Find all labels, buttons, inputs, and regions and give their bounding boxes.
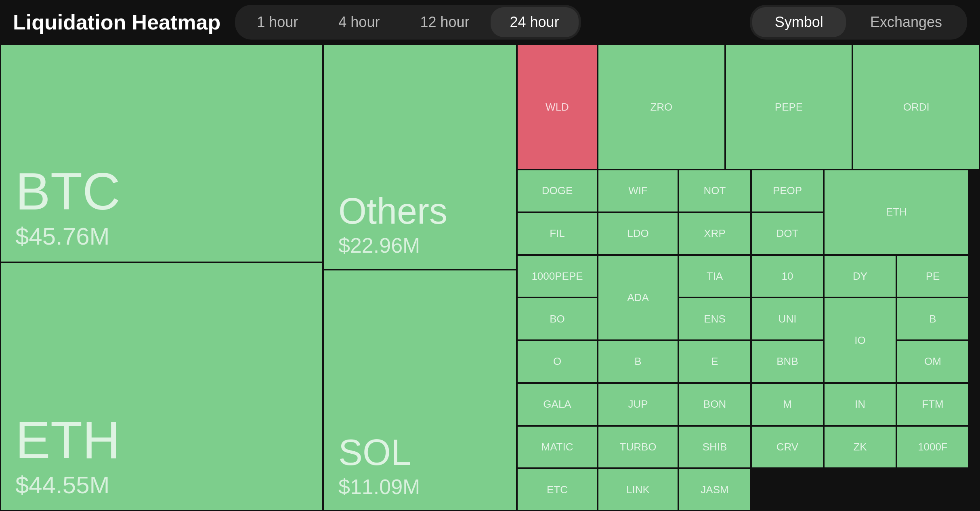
zro-label: ZRO <box>649 100 673 114</box>
eth-cell[interactable]: ETH $44.55M <box>0 262 323 511</box>
tab-exchanges[interactable]: Exchanges <box>848 7 965 37</box>
sol-value: $11.09M <box>338 475 502 499</box>
tab-4hour[interactable]: 4 hour <box>319 7 399 37</box>
tab-24hour[interactable]: 24 hour <box>491 7 579 37</box>
etc-cell[interactable]: ETC <box>517 468 598 511</box>
wld-cell[interactable]: WLD <box>517 44 598 170</box>
ldo-cell[interactable]: LDO <box>598 212 678 255</box>
b-cell[interactable]: B <box>896 297 969 340</box>
pepe-cell[interactable]: PEPE <box>725 44 853 170</box>
ordi-cell[interactable]: ORDI <box>852 44 980 170</box>
1000f-cell[interactable]: 1000F <box>896 426 969 469</box>
col-right: WLD ZRO PEPE ORDI DOGE WIF NOT PEOP ETH … <box>517 44 980 511</box>
bonk-cell[interactable]: BON <box>678 383 751 426</box>
others-cell[interactable]: Others $22.96M <box>323 44 517 270</box>
top-row: WLD ZRO PEPE ORDI <box>517 44 980 170</box>
header: Liquidation Heatmap 1 hour 4 hour 12 hou… <box>0 0 980 44</box>
in-cell[interactable]: IN <box>824 383 896 426</box>
bnb-cell[interactable]: BNB <box>751 340 824 383</box>
doge-cell[interactable]: DOGE <box>517 170 598 212</box>
turbo-cell[interactable]: TURBO <box>598 426 678 469</box>
treemap: BTC $45.76M ETH $44.55M Others $22.96M S… <box>0 44 980 511</box>
jasm-cell[interactable]: JASM <box>678 468 751 511</box>
col-others-sol: Others $22.96M SOL $11.09M <box>323 44 517 511</box>
uni-cell[interactable]: UNI <box>751 297 824 340</box>
bo-cell[interactable]: BO <box>517 297 598 340</box>
main-grid: DOGE WIF NOT PEOP ETH FIL LDO XRP DOT 10… <box>517 170 980 511</box>
ens-cell[interactable]: ENS <box>678 297 751 340</box>
jup-cell[interactable]: JUP <box>598 383 678 426</box>
dyd-cell[interactable]: DY <box>824 255 896 298</box>
right-tabs: Symbol Exchanges <box>750 5 967 40</box>
shib-cell[interactable]: SHIB <box>678 426 751 469</box>
om-cell[interactable]: OM <box>896 340 969 383</box>
tia-cell[interactable]: TIA <box>678 255 751 298</box>
app-title: Liquidation Heatmap <box>13 10 220 34</box>
zk-cell[interactable]: ZK <box>824 426 896 469</box>
matic-cell[interactable]: MATIC <box>517 426 598 469</box>
col-btc-eth: BTC $45.76M ETH $44.55M <box>0 44 323 511</box>
pepe-label: PEPE <box>774 100 804 114</box>
others-value: $22.96M <box>338 233 502 258</box>
tab-symbol[interactable]: Symbol <box>752 7 846 37</box>
m-cell[interactable]: M <box>751 383 824 426</box>
zro-cell[interactable]: ZRO <box>598 44 725 170</box>
o-cell[interactable]: O <box>517 340 598 383</box>
eth-small-cell[interactable]: ETH <box>824 170 969 255</box>
link-cell[interactable]: LINK <box>598 468 678 511</box>
peop-cell[interactable]: PEOP <box>751 170 824 212</box>
pe-cell[interactable]: PE <box>896 255 969 298</box>
ada-cell[interactable]: ADA <box>598 255 678 341</box>
crv-cell[interactable]: CRV <box>751 426 824 469</box>
dot-cell[interactable]: DOT <box>751 212 824 255</box>
sol-label: SOL <box>338 434 502 471</box>
tab-1hour[interactable]: 1 hour <box>237 7 317 37</box>
1000pepe-cell[interactable]: 1000PEPE <box>517 255 598 298</box>
sol-cell[interactable]: SOL $11.09M <box>323 270 517 511</box>
b2-cell[interactable]: B <box>598 340 678 383</box>
btc-cell[interactable]: BTC $45.76M <box>0 44 323 262</box>
btc-value: $45.76M <box>15 222 308 250</box>
btc-label: BTC <box>15 165 308 218</box>
not-cell[interactable]: NOT <box>678 170 751 212</box>
xrp-cell[interactable]: XRP <box>678 212 751 255</box>
ftm-cell[interactable]: FTM <box>896 383 969 426</box>
fil-cell[interactable]: FIL <box>517 212 598 255</box>
e-cell[interactable]: E <box>678 340 751 383</box>
10k-cell[interactable]: 10 <box>751 255 824 298</box>
wld-label: WLD <box>545 100 570 114</box>
wif-cell[interactable]: WIF <box>598 170 678 212</box>
eth-label: ETH <box>15 414 308 466</box>
others-label: Others <box>338 193 502 229</box>
tab-12hour[interactable]: 12 hour <box>401 7 489 37</box>
eth-value: $44.55M <box>15 471 308 499</box>
gala-cell[interactable]: GALA <box>517 383 598 426</box>
io-cell[interactable]: IO <box>824 297 896 383</box>
ordi-label: ORDI <box>902 100 930 114</box>
time-tabs: 1 hour 4 hour 12 hour 24 hour <box>235 5 581 40</box>
